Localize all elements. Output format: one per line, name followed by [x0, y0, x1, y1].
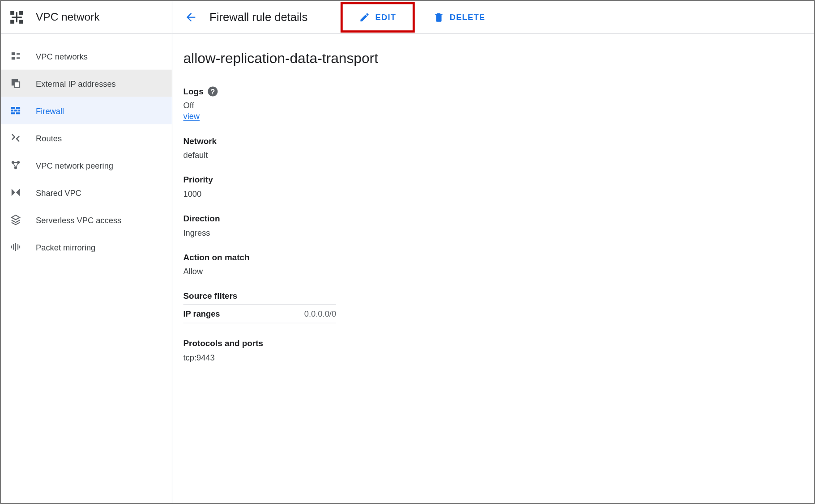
edit-button-highlight: EDIT [341, 2, 415, 32]
sidebar-item-label: Packet mirroring [36, 242, 95, 252]
topbar: Firewall rule details EDIT DELETE [172, 1, 815, 34]
help-icon[interactable]: ? [208, 87, 218, 97]
action-label: Action on match [183, 252, 805, 262]
svg-rect-0 [10, 11, 14, 15]
svg-rect-18 [16, 112, 20, 114]
sidebar-item-label: Serverless VPC access [36, 215, 121, 224]
network-block: Network default [183, 136, 805, 160]
svg-rect-9 [17, 57, 20, 59]
serverless-icon [10, 214, 22, 226]
sidebar-title: VPC network [36, 11, 99, 23]
protocols-block: Protocols and ports tcp:9443 [183, 339, 805, 362]
sidebar-item-serverless[interactable]: Serverless VPC access [1, 206, 172, 233]
svg-rect-12 [11, 107, 15, 109]
svg-rect-11 [14, 82, 20, 87]
sidebar-item-label: Firewall [36, 106, 64, 115]
logs-value: Off [183, 101, 805, 110]
svg-rect-22 [15, 243, 16, 251]
arrow-left-icon [184, 10, 197, 23]
svg-rect-6 [12, 52, 15, 55]
svg-rect-3 [19, 20, 23, 24]
external-ip-icon [10, 77, 22, 89]
svg-rect-25 [11, 246, 12, 248]
svg-rect-13 [16, 107, 20, 109]
sidebar-item-packet-mirroring[interactable]: Packet mirroring [1, 233, 172, 261]
protocols-value: tcp:9443 [183, 353, 805, 362]
source-filters-label: Source filters [183, 291, 805, 301]
sidebar-item-routes[interactable]: Routes [1, 124, 172, 152]
content: allow-replication-data-transport Logs ? … [172, 34, 815, 504]
firewall-icon [10, 105, 22, 117]
priority-label: Priority [183, 175, 805, 185]
logs-label-row: Logs ? [183, 87, 805, 97]
direction-value: Ingress [183, 228, 805, 237]
svg-rect-5 [16, 12, 17, 22]
sidebar-item-external-ip[interactable]: External IP addresses [1, 70, 172, 97]
logs-label: Logs [183, 87, 203, 97]
svg-rect-8 [17, 53, 20, 55]
rule-name: allow-replication-data-transport [183, 50, 805, 67]
peering-icon [10, 159, 22, 171]
sidebar-item-label: External IP addresses [36, 79, 116, 88]
source-filters-block: Source filters IP ranges 0.0.0.0/0 [183, 291, 805, 323]
svg-rect-15 [14, 110, 17, 111]
sidebar-item-label: Routes [36, 133, 62, 143]
priority-block: Priority 1000 [183, 175, 805, 198]
svg-rect-17 [11, 112, 15, 114]
network-value: default [183, 150, 805, 160]
main: Firewall rule details EDIT DELETE allow-… [172, 1, 815, 504]
trash-icon [433, 12, 444, 22]
svg-rect-23 [13, 244, 14, 250]
logs-block: Logs ? Off view [183, 87, 805, 121]
svg-point-21 [14, 166, 17, 169]
sidebar-item-firewall[interactable]: Firewall [1, 97, 172, 124]
sidebar-item-vpc-networks[interactable]: VPC networks [1, 42, 172, 70]
svg-rect-2 [10, 20, 14, 24]
svg-rect-26 [19, 246, 20, 248]
sidebar-item-label: VPC networks [36, 51, 88, 61]
svg-rect-14 [11, 110, 13, 111]
action-value: Allow [183, 267, 805, 276]
priority-value: 1000 [183, 189, 805, 199]
svg-rect-16 [18, 110, 20, 111]
delete-button-label: DELETE [450, 13, 486, 22]
sidebar-nav: VPC networks External IP addresses Firew… [1, 34, 172, 261]
network-label: Network [183, 136, 805, 146]
sidebar-item-shared-vpc[interactable]: Shared VPC [1, 179, 172, 206]
source-filters-table: IP ranges 0.0.0.0/0 [183, 304, 336, 323]
delete-button[interactable]: DELETE [426, 7, 493, 27]
sidebar-item-label: VPC network peering [36, 161, 113, 170]
svg-rect-1 [19, 11, 23, 15]
svg-rect-24 [17, 244, 18, 250]
svg-rect-7 [12, 57, 15, 59]
back-button[interactable] [181, 7, 201, 27]
action-block: Action on match Allow [183, 252, 805, 275]
ip-ranges-row: IP ranges 0.0.0.0/0 [183, 304, 336, 323]
vpc-networks-icon [10, 50, 22, 62]
shared-vpc-icon [10, 186, 22, 199]
ip-ranges-value: 0.0.0.0/0 [304, 309, 336, 318]
packet-mirroring-icon [10, 241, 22, 253]
edit-button-label: EDIT [375, 13, 397, 22]
sidebar-header: VPC network [1, 1, 172, 34]
routes-icon [10, 132, 22, 144]
direction-block: Direction Ingress [183, 214, 805, 237]
edit-button[interactable]: EDIT [351, 7, 404, 27]
vpc-network-logo-icon [9, 9, 25, 25]
direction-label: Direction [183, 214, 805, 224]
page-title: Firewall rule details [209, 10, 307, 23]
logs-view-link[interactable]: view [183, 111, 200, 121]
sidebar-item-label: Shared VPC [36, 188, 81, 197]
protocols-label: Protocols and ports [183, 339, 805, 348]
ip-ranges-label: IP ranges [183, 309, 220, 318]
sidebar-item-peering[interactable]: VPC network peering [1, 152, 172, 179]
sidebar: VPC network VPC networks External IP add… [1, 1, 172, 504]
pencil-icon [359, 12, 370, 22]
